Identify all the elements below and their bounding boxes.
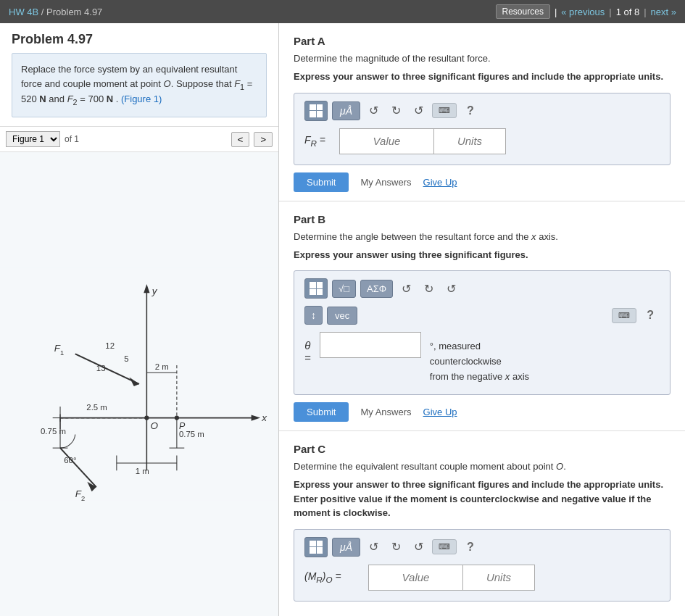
sigma-button-b[interactable]: ΑΣΦ <box>360 280 393 298</box>
part-c-question: Determine the equivalent resultant coupl… <box>294 461 671 472</box>
vec-button-b[interactable]: vec <box>327 307 357 325</box>
next-link[interactable]: next » <box>651 7 676 17</box>
fr-label: FR = <box>304 134 333 148</box>
svg-text:1 m: 1 m <box>136 467 149 476</box>
theta-label: θ = <box>304 332 311 364</box>
right-panel[interactable]: Part A Determine the magnitude of the re… <box>279 23 685 616</box>
previous-link[interactable]: « previous <box>561 7 605 17</box>
arrows-button-b[interactable]: ↕ <box>304 306 323 325</box>
redo-button-a[interactable]: ↻ <box>387 101 405 120</box>
units-input-c[interactable] <box>462 565 535 591</box>
theta-symbol: θ <box>304 339 310 351</box>
problem-title: Problem 4.97 <box>0 23 278 53</box>
matrix-button-c[interactable] <box>304 537 328 557</box>
part-a-section: Part A Determine the magnitude of the re… <box>279 23 685 201</box>
problem-crumb: Problem 4.97 <box>46 7 102 17</box>
redo-button-b[interactable]: ↻ <box>420 279 438 299</box>
angle-desc-line3: from the negative x axis <box>430 371 529 382</box>
part-a-input-row: FR = <box>304 128 660 154</box>
hw-link[interactable]: HW 4B <box>9 7 38 17</box>
keyboard-button-c[interactable]: ⌨ <box>432 539 457 554</box>
figure-of-label: of 1 <box>65 134 79 144</box>
figure-svg: y x O F 1 12 5 13 <box>0 152 278 616</box>
angle-desc: °, measured counterclockwise from the ne… <box>430 332 529 384</box>
part-a-instruction: Express your answer to three significant… <box>294 70 671 84</box>
svg-text:12: 12 <box>105 341 115 350</box>
matrix-button-a[interactable] <box>304 101 328 121</box>
refresh-button-b[interactable]: ↺ <box>442 279 460 299</box>
part-b-submit-row: Submit My Answers Give Up <box>294 402 671 422</box>
svg-text:2: 2 <box>81 495 85 502</box>
help-button-b[interactable]: ? <box>641 306 660 325</box>
part-b-angle-row: θ = °, measured counterclockwise from th… <box>304 332 660 384</box>
part-b-instruction: Express your answer using three signific… <box>294 248 671 262</box>
page-separator2: | <box>644 7 646 17</box>
svg-text:1: 1 <box>60 350 64 357</box>
give-up-link-b[interactable]: Give Up <box>423 407 457 417</box>
matrix-button-b[interactable] <box>304 278 328 299</box>
equals-symbol: = <box>304 351 311 364</box>
my-answers-link-a[interactable]: My Answers <box>360 177 411 188</box>
mr-label: (MR)O = <box>304 570 362 584</box>
help-button-c[interactable]: ? <box>461 538 480 557</box>
figure-next-btn[interactable]: > <box>254 132 273 147</box>
left-panel: Problem 4.97 Replace the force system by… <box>0 23 279 616</box>
keyboard-button-b[interactable]: ⌨ <box>612 308 636 323</box>
redo-button-c[interactable]: ↻ <box>387 537 405 557</box>
figure-select[interactable]: Figure 1 <box>6 131 60 147</box>
part-b-answer-box: √□ ΑΣΦ ↺ ↻ ↺ ↕ vec ⌨ ? θ <box>294 270 671 395</box>
undo-button-a[interactable]: ↺ <box>365 101 383 120</box>
refresh-button-c[interactable]: ↺ <box>410 537 428 557</box>
part-c-input-row: (MR)O = <box>304 565 660 591</box>
resources-button[interactable]: Resources <box>496 4 550 19</box>
value-input-c[interactable] <box>368 565 462 591</box>
part-b-title: Part B <box>294 213 671 225</box>
figure-link[interactable]: (Figure 1) <box>121 93 162 104</box>
svg-text:0.75 m: 0.75 m <box>179 430 204 438</box>
mu-button-c[interactable]: μÅ <box>332 538 360 557</box>
refresh-button-a[interactable]: ↺ <box>410 101 428 120</box>
main-layout: Problem 4.97 Replace the force system by… <box>0 23 685 616</box>
top-nav: HW 4B / Problem 4.97 Resources | « previ… <box>0 0 685 23</box>
mu-button-a[interactable]: μÅ <box>332 101 360 120</box>
value-input-a[interactable] <box>339 128 433 154</box>
svg-text:5: 5 <box>124 354 128 363</box>
keyboard-button-a[interactable]: ⌨ <box>432 103 457 118</box>
my-answers-link-b[interactable]: My Answers <box>360 407 411 417</box>
problem-description: Replace the force system by an equivalen… <box>12 53 267 117</box>
page-indicator: 1 of 8 <box>616 7 640 17</box>
part-b-section: Part B Determine the angle between the r… <box>279 201 685 432</box>
spacer: | <box>555 7 557 17</box>
submit-button-a[interactable]: Submit <box>294 172 349 192</box>
figure-prev-btn[interactable]: < <box>231 132 250 147</box>
part-c-instruction: Express your answer to three significant… <box>294 478 671 520</box>
part-c-section: Part C Determine the equivalent resultan… <box>279 431 685 616</box>
part-c-toolbar: μÅ ↺ ↻ ↺ ⌨ ? <box>304 537 660 557</box>
part-a-submit-row: Submit My Answers Give Up <box>294 172 671 192</box>
figure-area: y x O F 1 12 5 13 <box>0 152 278 616</box>
sqrt-button-b[interactable]: √□ <box>332 280 356 298</box>
give-up-link-a[interactable]: Give Up <box>423 177 457 188</box>
part-a-answer-box: μÅ ↺ ↻ ↺ ⌨ ? FR = <box>294 93 671 165</box>
undo-button-c[interactable]: ↺ <box>365 537 383 557</box>
svg-text:O: O <box>151 420 159 431</box>
svg-text:60°: 60° <box>64 456 76 465</box>
part-b-question: Determine the angle between the resultan… <box>294 231 671 242</box>
part-c-answer-box: μÅ ↺ ↻ ↺ ⌨ ? (MR)O = <box>294 529 671 602</box>
part-b-toolbar1: √□ ΑΣΦ ↺ ↻ ↺ <box>304 278 660 299</box>
breadcrumb: HW 4B / Problem 4.97 <box>9 7 102 17</box>
svg-text:2 m: 2 m <box>155 362 169 371</box>
angle-desc-line1: °, measured <box>430 341 481 351</box>
figure-controls: Figure 1 of 1 < > <box>0 126 278 152</box>
svg-text:y: y <box>151 286 158 297</box>
part-a-toolbar: μÅ ↺ ↻ ↺ ⌨ ? <box>304 101 660 121</box>
part-c-title: Part C <box>294 443 671 455</box>
svg-text:0.75 m: 0.75 m <box>41 428 66 436</box>
part-a-question: Determine the magnitude of the resultant… <box>294 53 671 64</box>
undo-button-b[interactable]: ↺ <box>397 279 415 299</box>
angle-input-b[interactable] <box>320 332 421 358</box>
help-button-a[interactable]: ? <box>461 101 480 120</box>
submit-button-b[interactable]: Submit <box>294 402 349 422</box>
page-separator: | <box>609 7 611 17</box>
units-input-a[interactable] <box>433 128 506 154</box>
